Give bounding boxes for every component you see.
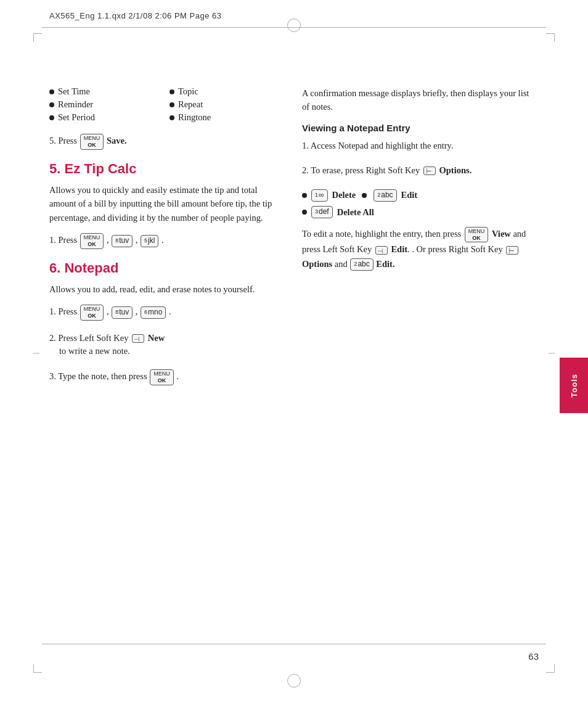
view-step2-prefix: 2. To erase, press Right Soft Key bbox=[302, 165, 420, 175]
left-soft-key-icon bbox=[132, 334, 144, 343]
notepad-step3: 3. Type the note, then press MENU OK . bbox=[49, 369, 284, 385]
bullet-dot bbox=[49, 115, 54, 120]
key-top: MENU bbox=[153, 371, 170, 377]
key-top: MENU bbox=[468, 228, 485, 235]
edit-note-text1: To edit a note, highlight the entry, the… bbox=[302, 229, 461, 239]
view-label: View bbox=[492, 229, 511, 239]
bullet-dot bbox=[302, 210, 307, 215]
edit-note-text3: . Or press Right Soft Key bbox=[412, 244, 502, 254]
key-bot: OK bbox=[158, 377, 166, 384]
edit-final: Edit. bbox=[376, 259, 394, 269]
period-edit: . bbox=[407, 244, 410, 254]
eztip-step1: 1. Press MENU OK , 8tuv , 5jkl . bbox=[49, 233, 284, 249]
bullet-dot bbox=[169, 115, 174, 120]
edit-label2: Edit bbox=[391, 244, 407, 254]
comma2: , bbox=[136, 235, 140, 245]
notepad-body: Allows you to add, read, edit, and erase… bbox=[49, 282, 284, 296]
content-left: Set Time Topic Reminder Repeat Set Perio… bbox=[49, 86, 284, 396]
corner-bl bbox=[33, 664, 42, 673]
comma4: , bbox=[136, 306, 140, 316]
np-step1-label: 1. Press bbox=[49, 306, 77, 316]
np-step3-label: 3. Type the note, then press bbox=[49, 371, 147, 381]
delete-label: Delete bbox=[332, 190, 356, 200]
step-5-save: Save. bbox=[107, 136, 127, 146]
page-number: 63 bbox=[528, 651, 539, 662]
key-8tuv-np: 8tuv bbox=[112, 306, 133, 319]
bullet-dot bbox=[49, 102, 54, 107]
corner-tr bbox=[546, 33, 555, 42]
comma1: , bbox=[107, 235, 111, 245]
period: . bbox=[161, 235, 164, 245]
view-step1: 1. Access Notepad and highlight the entr… bbox=[302, 139, 536, 153]
np-step2-label: 2. Press Left Soft Key bbox=[49, 333, 128, 343]
key-top: MENU bbox=[84, 306, 100, 313]
key-2abc: 2abc bbox=[374, 189, 396, 202]
step-5-label: 5. Press bbox=[49, 136, 77, 146]
bullet-label-set-period: Set Period bbox=[58, 112, 95, 123]
new-label: New bbox=[148, 333, 165, 343]
viewing-heading: Viewing a Notepad Entry bbox=[302, 123, 536, 133]
bullet-dot bbox=[169, 89, 174, 94]
key-3def: 3def bbox=[311, 206, 333, 218]
comma3: , bbox=[107, 306, 111, 316]
key-5jkl: 5jkl bbox=[141, 235, 158, 247]
key-bot: OK bbox=[88, 241, 96, 248]
header-text: AX565_Eng 1.1.qxd 2/1/08 2:06 PM Page 63 bbox=[49, 11, 221, 20]
delete-all-label: Delete All bbox=[337, 207, 374, 217]
key-menu-ok-np3: MENU OK bbox=[150, 369, 174, 385]
notepad-step1: 1. Press MENU OK , 8tuv , 6mno . bbox=[49, 305, 284, 321]
bullet-label-ringtone: Ringtone bbox=[178, 112, 211, 123]
ez-tip-body: Allows you to quickly and easily estimat… bbox=[49, 183, 284, 224]
bullet-dot2 bbox=[362, 193, 367, 198]
options-label: Options. bbox=[439, 165, 472, 175]
bullet-topic: Topic bbox=[169, 86, 284, 97]
period2: . bbox=[169, 306, 171, 316]
bullet-ringtone: Ringtone bbox=[169, 112, 284, 123]
and-label: and bbox=[335, 259, 348, 269]
bullet-set-period: Set Period bbox=[49, 112, 163, 123]
bullet-label-set-time: Set Time bbox=[58, 86, 90, 97]
right-soft-key-edit-icon bbox=[506, 246, 518, 255]
key-top: MENU bbox=[84, 234, 100, 241]
bullet-repeat: Repeat bbox=[169, 99, 284, 110]
key-bot: OK bbox=[472, 235, 481, 242]
key-menu-ok-np: MENU OK bbox=[80, 305, 104, 321]
options-label2: Options bbox=[302, 259, 332, 269]
opt-row-1: 1∞ Delete 2abc Edit bbox=[302, 188, 536, 202]
bottom-circle bbox=[287, 674, 301, 688]
bullet-label-reminder: Reminder bbox=[58, 99, 93, 110]
left-soft-key-edit-icon bbox=[375, 246, 388, 255]
edit-label: Edit bbox=[401, 190, 418, 200]
notepad-step2: 2. Press Left Soft Key New to write a ne… bbox=[49, 332, 284, 359]
key-menu-ok-view: MENU OK bbox=[465, 227, 489, 243]
view-step2: 2. To erase, press Right Soft Key Option… bbox=[302, 164, 536, 178]
key-1: 1∞ bbox=[311, 189, 328, 202]
menu-ok-key: MENU OK bbox=[80, 134, 104, 150]
period3: . bbox=[176, 371, 179, 381]
bullet-dot bbox=[49, 89, 54, 94]
key-bot: OK bbox=[88, 142, 96, 149]
bullet-dot bbox=[169, 102, 174, 107]
content-right: A confirmation message displays briefly,… bbox=[302, 86, 536, 282]
left-mark bbox=[33, 353, 39, 353]
key-bot: OK bbox=[88, 313, 96, 319]
confirmation-text: A confirmation message displays briefly,… bbox=[302, 86, 536, 114]
key-2abc-edit: 2abc bbox=[350, 258, 373, 271]
right-soft-key-icon bbox=[423, 166, 436, 175]
right-mark bbox=[549, 353, 555, 353]
bullet-grid: Set Time Topic Reminder Repeat Set Perio… bbox=[49, 86, 284, 123]
page: AX565_Eng 1.1.qxd 2/1/08 2:06 PM Page 63… bbox=[0, 0, 588, 706]
step-5: 5. Press MENU OK Save. bbox=[49, 134, 284, 150]
bullet-dot bbox=[302, 193, 307, 198]
ez-tip-heading: 5. Ez Tip Calc bbox=[49, 161, 284, 177]
corner-br bbox=[546, 664, 555, 673]
key-8tuv: 8tuv bbox=[112, 235, 133, 247]
tools-label: Tools bbox=[570, 374, 579, 398]
bullet-set-time: Set Time bbox=[49, 86, 163, 97]
opt-row-2: 3def Delete All bbox=[302, 205, 536, 220]
np-step2-suffix: to write a new note. bbox=[49, 346, 130, 356]
notepad-heading: 6. Notepad bbox=[49, 260, 284, 276]
edit-note-para: To edit a note, highlight the entry, the… bbox=[302, 227, 536, 271]
bottom-line bbox=[42, 644, 546, 644]
key-6mno: 6mno bbox=[141, 306, 166, 319]
